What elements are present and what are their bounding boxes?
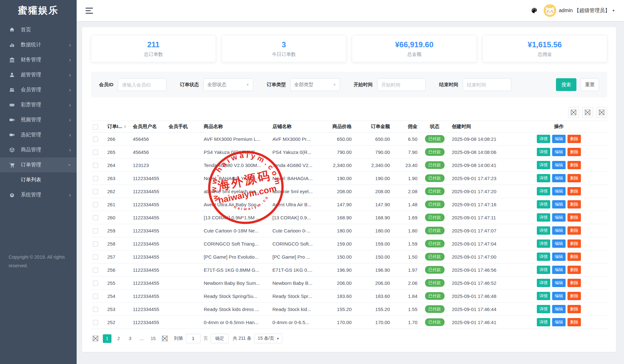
delete-button[interactable]: 删除 [567,135,581,143]
toolbar-broken-image-icon-1[interactable] [568,107,579,118]
page-number[interactable]: 2 [114,334,123,343]
delete-button[interactable]: 删除 [567,318,581,326]
detail-button[interactable]: 详情 [537,253,550,261]
row-checkbox[interactable] [93,215,98,220]
row-checkbox[interactable] [93,281,98,286]
edit-button[interactable]: 编辑 [552,148,566,156]
sidebar-item[interactable]: 首页 [0,22,77,37]
toolbar-broken-image-icon-3[interactable] [596,107,607,118]
page-number[interactable]: 15 [149,334,157,343]
detail-button[interactable]: 详情 [537,135,550,143]
sidebar-item[interactable]: 会员管理› [0,82,77,97]
detail-button[interactable]: 详情 [537,239,550,248]
theme-palette-icon[interactable] [530,6,538,15]
edit-button[interactable]: 编辑 [552,187,566,195]
row-checkbox[interactable] [93,176,98,181]
broken-image-icon [161,335,168,342]
edit-button[interactable]: 编辑 [552,292,566,300]
detail-button[interactable]: 详情 [537,187,550,195]
sidebar-item[interactable]: 视频管理› [0,112,77,127]
order-type-select[interactable]: 全部类型 ▼ [290,78,340,91]
row-checkbox[interactable] [93,163,98,168]
delete-button[interactable]: 删除 [567,253,581,261]
edit-button[interactable]: 编辑 [552,279,566,287]
detail-button[interactable]: 详情 [537,148,550,156]
edit-button[interactable]: 编辑 [552,253,566,261]
sidebar-item[interactable]: 超管管理› [0,67,77,82]
next-page-broken-image-icon[interactable] [160,334,169,343]
sidebar-item[interactable]: 财务管理› [0,52,77,67]
reset-button[interactable]: 重置 [581,78,599,91]
edit-button[interactable]: 编辑 [552,200,566,209]
row-checkbox[interactable] [93,189,98,194]
sidebar-item[interactable]: 彩票管理› [0,97,77,112]
edit-button[interactable]: 编辑 [552,318,566,326]
delete-button[interactable]: 删除 [567,200,581,209]
detail-button[interactable]: 详情 [537,292,550,300]
row-checkbox[interactable] [93,202,98,207]
detail-button[interactable]: 详情 [537,200,550,209]
row-checkbox[interactable] [93,228,98,233]
row-checkbox[interactable] [93,268,98,273]
detail-button[interactable]: 详情 [537,174,550,182]
edit-button[interactable]: 编辑 [552,266,566,274]
row-checkbox[interactable] [93,294,98,299]
sidebar-item[interactable]: 系统管理› [0,187,77,202]
delete-button[interactable]: 删除 [567,292,581,300]
detail-button[interactable]: 详情 [537,318,550,326]
hamburger-menu-icon[interactable] [86,8,93,14]
detail-button[interactable]: 详情 [537,226,550,235]
delete-button[interactable]: 删除 [567,239,581,248]
edit-button[interactable]: 编辑 [552,135,566,143]
delete-button[interactable]: 删除 [567,266,581,274]
detail-button[interactable]: 详情 [537,266,550,274]
edit-button[interactable]: 编辑 [552,174,566,182]
detail-button[interactable]: 详情 [537,279,550,287]
delete-button[interactable]: 删除 [567,187,581,195]
delete-button[interactable]: 删除 [567,226,581,235]
column-header[interactable]: 订单I...▲▼ [105,121,131,133]
delete-button[interactable]: 删除 [567,213,581,222]
prev-page-broken-image-icon[interactable] [91,334,100,343]
cell-amount: 790.00 [354,146,392,159]
admin-menu[interactable]: admin 【超级管理员】 ▾ [544,4,614,17]
sort-icon[interactable]: ▲▼ [124,125,126,129]
row-checkbox[interactable] [93,137,98,142]
row-checkbox[interactable] [93,241,98,246]
sidebar-subitem[interactable]: 订单列表 [0,172,77,187]
edit-button[interactable]: 编辑 [552,226,566,235]
delete-button[interactable]: 删除 [567,279,581,287]
delete-button[interactable]: 删除 [567,305,581,313]
per-page-select[interactable]: 15 条/页 ▾ [254,334,282,343]
detail-button[interactable]: 详情 [537,305,550,313]
edit-button[interactable]: 编辑 [552,239,566,248]
select-all-checkbox[interactable] [93,125,98,130]
member-id-input[interactable] [118,78,166,91]
row-checkbox[interactable] [93,320,98,325]
page-number[interactable]: 1 [103,334,111,343]
page-number[interactable]: 3 [126,334,134,343]
edit-button[interactable]: 编辑 [552,305,566,313]
edit-button[interactable]: 编辑 [552,213,566,222]
sidebar-item[interactable]: 数据统计› [0,37,77,52]
detail-button[interactable]: 详情 [537,213,550,222]
edit-button[interactable]: 编辑 [552,161,566,169]
sidebar-item[interactable]: 订单管理› [0,157,77,172]
delete-button[interactable]: 删除 [567,148,581,156]
row-checkbox[interactable] [93,307,98,312]
toolbar-broken-image-icon-2[interactable] [582,107,593,118]
goto-page-input[interactable] [186,334,201,343]
end-time-input[interactable] [463,78,511,91]
confirm-button[interactable]: 确定 [211,334,229,343]
delete-button[interactable]: 删除 [567,174,581,182]
row-checkbox[interactable] [93,150,98,155]
search-button[interactable]: 搜索 [556,78,576,91]
table-row: 265456456PS4 Yakuza 0(R1/R3)(E...PS4 Yak… [91,146,607,159]
order-status-select[interactable]: 全部状态 ▼ [203,78,253,91]
row-checkbox[interactable] [93,254,98,260]
detail-button[interactable]: 详情 [537,161,550,169]
sidebar-item[interactable]: 商品管理› [0,142,77,157]
delete-button[interactable]: 删除 [567,161,581,169]
sidebar-item[interactable]: 选妃管理› [0,127,77,142]
start-time-input[interactable] [377,78,426,91]
